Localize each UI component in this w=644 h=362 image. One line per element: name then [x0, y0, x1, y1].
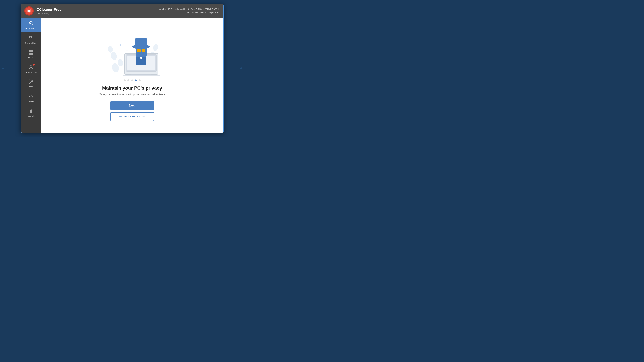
- pagination-dots: [124, 79, 140, 81]
- sidebar-label-driver-updater: Driver Updater: [25, 71, 37, 73]
- titlebar-info: CCleaner Free v5.82 (64-bit): [36, 7, 159, 14]
- content-area: Health Check Custom Clean: [21, 17, 223, 133]
- svg-rect-9: [29, 53, 31, 55]
- svg-marker-19: [29, 109, 33, 113]
- bg-plus-left: +: [2, 66, 4, 71]
- sidebar-item-tools[interactable]: Tools: [21, 76, 41, 91]
- sidebar-item-options[interactable]: Options: [21, 91, 41, 105]
- sys-info: Windows 10 Enterprise 64-bit, Intel Core…: [159, 8, 220, 14]
- svg-rect-43: [142, 49, 145, 52]
- registry-icon: [28, 49, 34, 55]
- bg-plus-top: +: [121, 1, 123, 6]
- titlebar: CCleaner Free v5.82 (64-bit) Windows 10 …: [21, 4, 223, 17]
- dot-3: [131, 79, 133, 81]
- dot-5: [138, 79, 140, 81]
- sidebar-label-options: Options: [28, 100, 34, 103]
- sidebar-label-custom-clean: Custom Clean: [25, 42, 37, 44]
- driver-updater-icon: [28, 64, 34, 70]
- svg-point-18: [30, 95, 32, 97]
- main-content: + + +: [41, 17, 223, 133]
- sidebar-item-health-check[interactable]: Health Check: [21, 17, 41, 32]
- svg-point-28: [120, 44, 121, 46]
- sidebar: Health Check Custom Clean: [21, 17, 41, 133]
- svg-rect-42: [137, 49, 140, 52]
- svg-point-6: [31, 37, 32, 38]
- tools-icon: [28, 79, 34, 85]
- app-name: CCleaner Free: [36, 7, 159, 12]
- driver-updater-badge: [33, 63, 35, 65]
- sysinfo-line2: 16.0GB RAM, Intel HD Graphics 620: [159, 11, 220, 14]
- svg-rect-7: [29, 50, 31, 52]
- svg-point-27: [108, 45, 113, 53]
- sidebar-label-health-check: Health Check: [26, 27, 36, 29]
- bg-plus-right: +: [240, 66, 242, 71]
- sidebar-item-custom-clean[interactable]: Custom Clean: [21, 32, 41, 47]
- options-icon: [28, 93, 34, 99]
- main-subtitle: Safely remove trackers left by websites …: [99, 93, 165, 96]
- app-logo: [24, 6, 34, 15]
- illustration: + + +: [100, 29, 164, 76]
- custom-clean-icon: [28, 35, 34, 41]
- bg-plus-top-right: +: [222, 1, 224, 6]
- svg-rect-38: [131, 73, 152, 75]
- sidebar-item-upgrade[interactable]: Upgrade: [21, 105, 41, 120]
- app-window: CCleaner Free v5.82 (64-bit) Windows 10 …: [21, 4, 224, 133]
- svg-point-2: [28, 9, 30, 10]
- svg-rect-8: [31, 50, 33, 52]
- svg-text:+: +: [116, 36, 117, 39]
- svg-point-12: [30, 66, 32, 68]
- next-button[interactable]: Next: [110, 101, 154, 110]
- svg-point-25: [110, 51, 118, 61]
- sidebar-label-tools: Tools: [29, 86, 33, 88]
- upgrade-icon: [28, 108, 34, 114]
- sysinfo-line1: Windows 10 Enterprise 64-bit, Intel Core…: [159, 8, 220, 11]
- svg-text:+: +: [126, 49, 128, 52]
- sidebar-item-driver-updater[interactable]: Driver Updater: [21, 61, 41, 76]
- sidebar-item-registry[interactable]: Registry: [21, 47, 41, 61]
- sidebar-label-upgrade: Upgrade: [28, 115, 34, 117]
- sidebar-label-registry: Registry: [28, 56, 34, 59]
- skip-button[interactable]: Skip to start Health Check: [110, 112, 154, 121]
- svg-point-17: [31, 80, 32, 82]
- health-check-icon: [28, 20, 34, 26]
- dot-4: [135, 79, 137, 81]
- dot-2: [128, 79, 130, 81]
- svg-rect-40: [135, 38, 148, 47]
- svg-rect-10: [31, 53, 33, 55]
- app-version: v5.82 (64-bit): [36, 12, 159, 14]
- dot-1: [124, 79, 126, 81]
- svg-point-26: [153, 44, 159, 51]
- main-title: Maintain your PC's privacy: [102, 85, 162, 91]
